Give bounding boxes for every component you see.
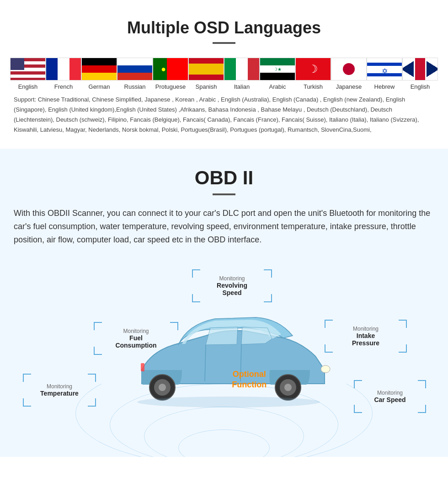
intake-sub: Monitoring	[345, 326, 386, 332]
intake-main: Intake Pressure	[345, 332, 386, 347]
flag-ar	[260, 58, 295, 80]
car-svg	[110, 301, 338, 416]
revolving-sub: Monitoring	[212, 275, 252, 282]
flag-it	[224, 58, 260, 80]
revolving-main: Revolving Speed	[212, 282, 252, 296]
flag-item-us: English	[10, 58, 46, 90]
flag-label-english2: English	[411, 83, 430, 90]
flag-gb	[402, 58, 438, 80]
flag-label-russian: Russian	[124, 83, 146, 90]
svg-point-8	[321, 365, 330, 373]
flag-es	[188, 58, 224, 80]
flag-label-japanese: Japanese	[336, 83, 362, 90]
flag-item-il: Hebrew	[367, 58, 402, 90]
flag-item-ar: Arabic	[260, 58, 295, 90]
flag-label-spanish: Spanish	[196, 83, 217, 90]
revolving-speed-text: Monitoring Revolving Speed	[212, 275, 252, 296]
svg-point-10	[137, 397, 320, 407]
flag-de	[81, 58, 117, 80]
obd-divider	[213, 193, 235, 195]
flag-item-it: Italian	[224, 58, 260, 90]
flag-label-italian: Italian	[234, 83, 250, 90]
obd-description: With this OBDII Scanner, you can connect…	[14, 207, 434, 246]
flag-item-tr: Turkish	[295, 58, 331, 90]
corner-br-temp	[88, 398, 96, 407]
flag-item-pt: Protuguese	[153, 58, 188, 90]
flag-label-french: French	[54, 83, 73, 90]
corner-tl-speed	[354, 380, 362, 388]
corner-bl-temp	[23, 398, 31, 407]
languages-section: Multiple OSD Languages English French Ge…	[0, 0, 448, 149]
obd-title-roman: II	[243, 167, 253, 188]
flag-label-turkish: Turkish	[304, 83, 323, 90]
flag-fr	[46, 58, 81, 80]
speed-sub: Monitoring	[374, 390, 405, 396]
flag-il	[367, 58, 402, 80]
flag-jp	[331, 58, 367, 80]
corner-tr-temp	[88, 374, 96, 382]
flag-label-hebrew: Hebrew	[374, 83, 395, 90]
box-car-speed: Monitoring Car Speed	[354, 380, 426, 413]
languages-title: Multiple OSD Languages	[14, 18, 434, 38]
flag-us	[10, 58, 46, 80]
corner-tl-fuel	[94, 322, 102, 330]
title-divider	[213, 42, 235, 44]
corner-tr-revolving	[264, 269, 272, 278]
corner-tr-intake	[399, 320, 407, 328]
temperature-text: Monitoring Temperature	[40, 383, 79, 397]
flag-label-protuguese: Protuguese	[155, 83, 186, 90]
corner-tl-temp	[23, 374, 31, 382]
corner-br-speed	[418, 405, 426, 413]
flags-row: English French German Russian Protuguese…	[14, 58, 434, 90]
speed-text: Monitoring Car Speed	[374, 390, 405, 403]
flag-tr	[295, 58, 331, 80]
flag-item-de: German	[81, 58, 117, 90]
flag-item-fr: French	[46, 58, 81, 90]
corner-br-intake	[399, 344, 407, 353]
corner-bl-speed	[354, 405, 362, 413]
flag-label-german: German	[89, 83, 110, 90]
svg-point-4	[159, 384, 166, 391]
box-revolving-speed: Monitoring Revolving Speed	[192, 269, 272, 302]
car-illustration	[110, 301, 338, 429]
corner-bl-fuel	[94, 347, 102, 355]
corner-tl-revolving	[192, 269, 200, 278]
svg-rect-9	[141, 363, 144, 371]
intake-text: Monitoring Intake Pressure	[345, 326, 386, 347]
speed-main: Car Speed	[374, 396, 405, 403]
box-temperature: Monitoring Temperature	[23, 374, 96, 407]
obd-diagram: Monitoring Revolving Speed Monitoring Fu…	[14, 256, 434, 457]
flag-item-gb: English	[402, 58, 438, 90]
flag-ru	[117, 58, 153, 80]
corner-tr-speed	[418, 380, 426, 388]
obd-title: OBD II	[14, 167, 434, 189]
flag-label-english1: English	[18, 83, 38, 90]
flag-item-ru: Russian	[117, 58, 153, 90]
flag-item-jp: Japanese	[331, 58, 367, 90]
obd-title-bold: OBD	[195, 167, 237, 188]
support-text: Support: Chinese Traditional, Chinese Si…	[14, 95, 434, 135]
optional-function-label: OptionalFunction	[232, 369, 267, 391]
svg-point-7	[284, 384, 292, 391]
temp-sub: Monitoring	[40, 383, 79, 390]
flag-item-es: Spanish	[188, 58, 224, 90]
obd-section: OBD II With this OBDII Scanner, you can …	[0, 149, 448, 456]
temp-main: Temperature	[40, 390, 79, 397]
flag-pt	[153, 58, 188, 80]
flag-label-arabic: Arabic	[269, 83, 286, 90]
